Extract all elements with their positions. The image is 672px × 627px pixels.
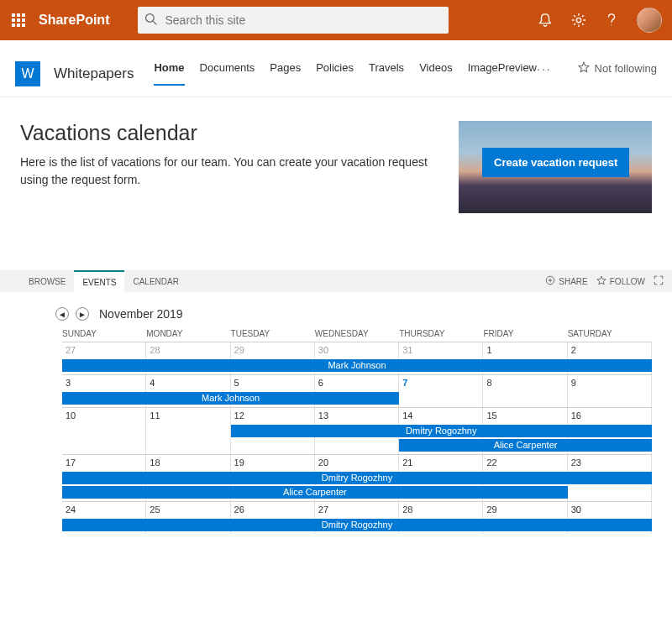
nav-item-pages[interactable]: Pages (270, 61, 301, 86)
day-header: SATURDAY (568, 329, 652, 338)
day-cell[interactable]: 10 (62, 408, 146, 454)
svg-rect-5 (22, 18, 25, 22)
svg-rect-3 (12, 18, 15, 22)
product-name: SharePoint (39, 13, 109, 28)
calendar: SUNDAYMONDAYTUESDAYWEDNESDAYTHURSDAYFRID… (0, 329, 672, 551)
ribbon-tab-events[interactable]: EVENTS (74, 270, 124, 292)
calendar-event[interactable]: Dmitry Rogozhny (231, 425, 652, 437)
svg-rect-1 (17, 13, 20, 17)
site-logo[interactable]: W (15, 61, 40, 86)
month-label: November 2019 (99, 307, 183, 321)
svg-point-9 (146, 13, 155, 22)
svg-rect-7 (17, 24, 20, 27)
calendar-event[interactable]: Dmitry Rogozhny (62, 472, 652, 484)
calendar-week: 3456789Mark Johnson (62, 374, 652, 407)
app-launcher-icon[interactable] (10, 12, 27, 29)
calendar-event[interactable]: Alice Carpenter (399, 439, 652, 452)
svg-point-11 (576, 18, 580, 22)
page-description: Here is the list of vacations for our te… (20, 154, 440, 189)
calendar-event[interactable]: Dmitry Rogozhny (62, 519, 652, 531)
share-icon (545, 275, 555, 287)
not-following-label: Not following (595, 62, 657, 75)
day-header: WEDNESDAY (315, 329, 399, 338)
star-icon (596, 275, 606, 287)
avatar[interactable] (637, 8, 662, 33)
follow-label: FOLLOW (610, 277, 645, 286)
nav-item-documents[interactable]: Documents (200, 61, 255, 86)
svg-rect-0 (12, 13, 15, 17)
fullscreen-button[interactable] (654, 275, 664, 287)
nav-item-videos[interactable]: Videos (419, 61, 453, 86)
site-title[interactable]: Whitepapers (54, 65, 134, 82)
calendar-week: 24252627282930Dmitry Rogozhny (62, 501, 652, 534)
share-button[interactable]: SHARE (545, 275, 587, 287)
calendar-event[interactable]: Alice Carpenter (62, 486, 568, 499)
svg-rect-4 (17, 18, 20, 22)
help-icon[interactable] (605, 13, 618, 28)
day-header: SUNDAY (62, 329, 146, 338)
prev-month-button[interactable]: ◄ (55, 307, 69, 321)
svg-rect-6 (12, 24, 15, 27)
search-icon (144, 13, 158, 29)
site-nav: HomeDocumentsPagesPoliciesTravelsVideosI… (154, 61, 537, 86)
page-title: Vacations calendar (20, 121, 440, 145)
create-request-button[interactable]: Create vacation request (482, 148, 629, 177)
not-following-button[interactable]: Not following (578, 61, 657, 86)
calendar-event[interactable]: Mark Johnson (62, 359, 652, 372)
search-box[interactable] (138, 7, 449, 34)
day-cell[interactable]: 9 (568, 375, 652, 407)
nav-item-policies[interactable]: Policies (316, 61, 354, 86)
nav-item-travels[interactable]: Travels (369, 61, 404, 86)
site-header: W Whitepapers HomeDocumentsPagesPolicies… (0, 40, 672, 97)
day-header: TUESDAY (231, 329, 315, 338)
day-cell[interactable]: 7 (399, 375, 483, 407)
calendar-event[interactable]: Mark Johnson (62, 392, 399, 405)
svg-rect-2 (22, 13, 25, 17)
ribbon: BROWSEEVENTSCALENDAR SHARE FOLLOW (0, 270, 672, 292)
next-month-button[interactable]: ► (76, 307, 89, 321)
share-label: SHARE (559, 277, 587, 286)
day-cell[interactable]: 11 (146, 408, 230, 454)
calendar-week: 272829303112Mark Johnson (62, 342, 652, 374)
svg-line-10 (154, 21, 157, 24)
day-header: FRIDAY (483, 329, 567, 338)
ribbon-tab-browse[interactable]: BROWSE (20, 270, 74, 292)
star-icon (578, 61, 590, 76)
gear-icon[interactable] (571, 13, 586, 28)
expand-icon (654, 275, 664, 287)
search-input[interactable] (165, 13, 442, 27)
calendar-week: 10111213141516Dmitry RogozhnyAlice Carpe… (62, 407, 652, 454)
day-header: THURSDAY (399, 329, 483, 338)
calendar-header: ◄ ► November 2019 (0, 292, 672, 329)
nav-item-imagepreview[interactable]: ImagePreview (468, 61, 537, 86)
svg-rect-8 (22, 24, 25, 27)
nav-item-home[interactable]: Home (154, 61, 184, 86)
hero-image: Create vacation request (459, 121, 652, 213)
day-headers: SUNDAYMONDAYTUESDAYWEDNESDAYTHURSDAYFRID… (20, 329, 652, 342)
follow-button[interactable]: FOLLOW (596, 275, 645, 287)
page-content: Vacations calendar Here is the list of v… (0, 97, 672, 213)
notifications-icon[interactable] (538, 13, 553, 28)
ribbon-tab-calendar[interactable]: CALENDAR (124, 270, 186, 292)
day-header: MONDAY (146, 329, 230, 338)
nav-overflow-icon[interactable]: ··· (537, 62, 552, 86)
day-cell[interactable]: 8 (483, 375, 567, 407)
calendar-week: 17181920212223Dmitry RogozhnyAlice Carpe… (62, 454, 652, 501)
suite-header: SharePoint (0, 0, 672, 40)
